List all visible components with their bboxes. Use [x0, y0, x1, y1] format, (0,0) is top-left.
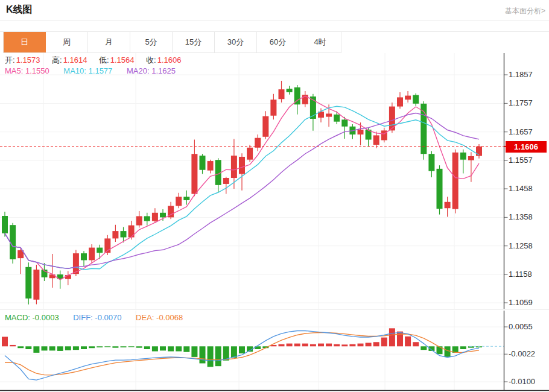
- macd-bar: [191, 346, 197, 357]
- macd-bar: [389, 328, 395, 346]
- macd-bar: [239, 346, 245, 353]
- candle: [428, 154, 434, 171]
- macd-bar: [366, 343, 372, 346]
- candle: [223, 178, 229, 184]
- macd-bar: [144, 346, 150, 349]
- diff-value: -0.0070: [95, 313, 121, 322]
- main-chart-canvas[interactable]: [0, 53, 549, 309]
- candle: [405, 96, 411, 100]
- candle: [270, 100, 276, 116]
- main-y-tick-label: 1.1757: [509, 98, 533, 108]
- macd-bar: [42, 346, 48, 350]
- main-y-tick-label: 1.1358: [509, 212, 533, 222]
- macd-bar: [129, 346, 135, 347]
- main-y-tick-label: 1.1258: [509, 241, 533, 251]
- macd-bar: [81, 346, 87, 349]
- candle: [255, 138, 261, 148]
- ma10-value: 1.1577: [89, 66, 113, 75]
- macd-bar: [373, 342, 379, 346]
- page-title: K线图: [6, 4, 33, 16]
- candle: [183, 197, 189, 200]
- candle: [334, 115, 340, 122]
- macd-bar: [208, 346, 214, 367]
- low-value: 1.1564: [110, 55, 135, 65]
- macd-bar: [176, 346, 182, 351]
- candle: [437, 169, 443, 209]
- macd-bar: [49, 346, 56, 350]
- candle: [160, 213, 166, 218]
- candle: [121, 231, 127, 237]
- candle: [279, 89, 285, 99]
- candle: [152, 213, 158, 221]
- main-y-tick-label: 1.1458: [509, 184, 533, 194]
- close-label: 收:: [146, 55, 156, 65]
- main-y-tick-label: 1.1857: [509, 70, 533, 80]
- candle: [191, 154, 197, 194]
- high-label: 高:: [52, 55, 62, 65]
- open-value: 1.1573: [16, 55, 40, 65]
- candle: [89, 248, 95, 261]
- macd-bar: [310, 344, 316, 347]
- macd-bar: [160, 346, 166, 350]
- macd-y-tick-label: -0.0022: [509, 349, 535, 359]
- macd-legend: MACD: -0.0003 DIFF: -0.0070 DEA: -0.0068: [5, 313, 183, 322]
- diff-label: DIFF:: [73, 313, 93, 322]
- candle: [176, 197, 182, 206]
- candle: [144, 216, 150, 221]
- dea-label: DEA:: [136, 313, 154, 322]
- macd-bar: [25, 346, 31, 349]
- tab-60min[interactable]: 60分: [257, 32, 299, 52]
- candle: [247, 148, 253, 160]
- ohlc-legend: 开:1.1573 高:1.1614 低:1.1564 收:1.1606: [5, 55, 191, 66]
- candle: [25, 267, 31, 299]
- macd-bar: [349, 344, 355, 347]
- close-value: 1.1606: [157, 55, 182, 65]
- macd-value: -0.0003: [33, 313, 59, 322]
- high-value: 1.1614: [63, 55, 87, 65]
- low-label: 低:: [99, 55, 109, 65]
- candle: [112, 231, 118, 238]
- candle: [262, 116, 268, 137]
- candle: [65, 275, 71, 279]
- kline-widget: K线图 基本面分析> 日 周 月 5分 15分 30分 60分 4时 开:1.1…: [0, 0, 549, 392]
- macd-bar: [10, 345, 16, 346]
- candle: [239, 157, 245, 174]
- candle: [231, 156, 237, 178]
- tab-month[interactable]: 月: [88, 32, 130, 52]
- tab-15min[interactable]: 15分: [173, 32, 215, 52]
- tab-week[interactable]: 周: [46, 32, 88, 52]
- macd-chart-canvas[interactable]: [0, 311, 549, 392]
- candle: [358, 130, 364, 134]
- candle: [452, 153, 459, 209]
- macd-bar: [152, 346, 158, 351]
- candle: [445, 202, 451, 208]
- macd-bar: [341, 344, 347, 346]
- fundamental-analysis-link[interactable]: 基本面分析>: [505, 6, 545, 16]
- macd-bar: [413, 342, 419, 346]
- macd-bar: [121, 346, 127, 347]
- main-y-tick-label: 1.1158: [509, 270, 532, 279]
- tab-5min[interactable]: 5分: [130, 32, 173, 52]
- candle: [373, 135, 379, 145]
- macd-label: MACD:: [5, 313, 30, 322]
- title-divider: [0, 20, 549, 21]
- candle: [460, 153, 466, 160]
- ma5-label: MA5:: [5, 66, 23, 75]
- candle: [97, 248, 103, 253]
- tab-day[interactable]: 日: [4, 32, 46, 52]
- macd-bar: [460, 346, 466, 349]
- macd-bar: [200, 346, 206, 363]
- macd-bar: [334, 344, 340, 347]
- candle: [33, 270, 39, 300]
- macd-bar: [294, 344, 300, 347]
- macd-bar: [420, 346, 427, 350]
- macd-bar: [112, 346, 118, 347]
- tab-4hour[interactable]: 4时: [299, 32, 341, 52]
- macd-bar: [231, 346, 237, 358]
- candle: [208, 161, 214, 171]
- macd-bar: [65, 346, 71, 350]
- candle: [326, 113, 332, 116]
- tab-30min[interactable]: 30分: [215, 32, 257, 52]
- candle: [397, 97, 403, 106]
- last-price-badge: 1.1606: [506, 141, 547, 153]
